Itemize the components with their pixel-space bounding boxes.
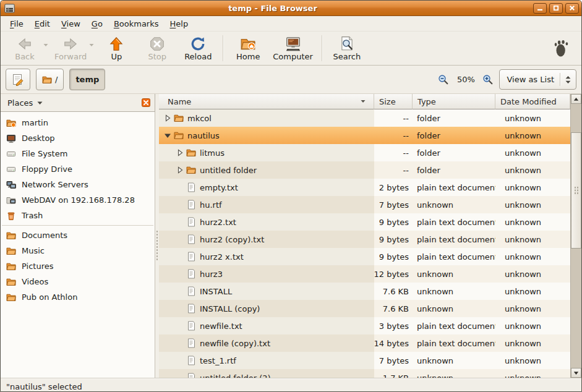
toolbar: BackForwardUpStopReloadHomeComputerSearc… <box>1 32 581 66</box>
zoom-in-button[interactable] <box>481 73 495 87</box>
window-minimize-button[interactable] <box>533 3 547 14</box>
sidebar-close-button[interactable] <box>142 98 150 107</box>
network-icon <box>6 180 16 190</box>
modified-cell: unknown <box>495 196 570 213</box>
menu-view[interactable]: View <box>56 17 86 30</box>
file-name: hurz2 x.txt <box>200 252 244 262</box>
file-row-hurz2-txt[interactable]: hurz2.txt9 bytesplain text documentunkno… <box>159 213 570 231</box>
sidebar-item-label: Floppy Drive <box>22 164 72 174</box>
sidebar-item-videos[interactable]: Videos <box>1 274 155 289</box>
menu-edit[interactable]: Edit <box>29 17 56 30</box>
file-row-hurz3[interactable]: hurz312 bytesunknownunknown <box>159 265 570 283</box>
file-row-untitled-folder-2[interactable]: untitled folder (2)1.7 KBunknownunknown <box>159 369 570 378</box>
current-folder-button[interactable]: temp <box>69 69 105 90</box>
file-icon <box>186 356 196 365</box>
computer-button[interactable]: Computer <box>268 33 317 64</box>
stop-button: Stop <box>137 33 178 64</box>
file-row-empty-txt[interactable]: empty.txt2 bytesplain text documentunkno… <box>159 179 570 196</box>
back-history-dropdown[interactable] <box>43 40 49 49</box>
zoom-level: 50% <box>455 75 477 84</box>
file-row-hurz2-x-txt[interactable]: hurz2 x.txt9 bytesplain text documentunk… <box>159 248 570 265</box>
folder-row-mkcol[interactable]: mkcol--folderunknown <box>159 109 570 127</box>
search-button[interactable]: Search <box>327 33 367 64</box>
expander-collapsed-icon[interactable] <box>175 165 185 175</box>
folder-icon <box>174 130 184 140</box>
expander-expanded-icon[interactable] <box>163 130 173 140</box>
folder-icon <box>186 148 196 158</box>
name-cell: mkcol <box>159 109 374 127</box>
column-header-type[interactable]: Type <box>413 94 495 109</box>
list-header: NameSizeTypeDate Modified <box>159 94 570 109</box>
file-icon <box>186 321 196 331</box>
titlebar[interactable]: temp - File Browser <box>1 1 581 16</box>
column-header-size[interactable]: Size <box>374 94 413 109</box>
scroll-up-button[interactable] <box>571 94 581 104</box>
sidebar-item-desktop[interactable]: Desktop <box>1 130 155 146</box>
column-header-label: Name <box>168 97 191 106</box>
file-icon <box>186 182 196 192</box>
file-name: untitled folder (2) <box>200 373 271 378</box>
folder-row-nautilus[interactable]: nautilus--folderunknown <box>159 127 570 144</box>
sidebar-item-martin[interactable]: martin <box>1 115 155 130</box>
sidebar-item-network-servers[interactable]: Network Servers <box>1 177 155 192</box>
file-name: empty.txt <box>200 183 238 192</box>
sidebar-item-pictures[interactable]: Pictures <box>1 258 155 274</box>
size-cell: 7 bytes <box>374 352 413 369</box>
sidebar-item-documents[interactable]: Documents <box>1 228 155 243</box>
menu-go[interactable]: Go <box>86 17 108 30</box>
file-row-hu-rtf[interactable]: hu.rtf7 bytesunknownunknown <box>159 196 570 213</box>
sidebar-item-trash[interactable]: Trash <box>1 208 155 223</box>
sidebar-item-pub-on-athlon[interactable]: Pub on Athlon <box>1 289 155 305</box>
toggle-location-entry-button[interactable] <box>6 69 30 90</box>
sidebar-item-label: Videos <box>22 277 48 286</box>
column-header-date-modified[interactable]: Date Modified <box>495 94 570 109</box>
root-folder-label: / <box>55 75 58 84</box>
pane-grip-handle[interactable] <box>156 230 159 261</box>
menu-file[interactable]: File <box>4 17 29 30</box>
stop-icon <box>149 35 165 52</box>
file-row-hurz2-copy-txt[interactable]: hurz2 (copy).txt9 bytesplain text docume… <box>159 231 570 248</box>
column-header-name[interactable]: Name <box>159 94 374 109</box>
home-button[interactable]: Home <box>228 33 268 64</box>
forward-history-dropdown[interactable] <box>88 40 95 49</box>
scroll-down-button[interactable] <box>571 368 581 378</box>
reload-button[interactable]: Reload <box>178 33 218 64</box>
menu-help[interactable]: Help <box>165 17 194 30</box>
menu-bookmarks[interactable]: Bookmarks <box>108 17 165 30</box>
window-close-button[interactable] <box>565 3 579 14</box>
sidebar-item-floppy-drive[interactable]: Floppy Drive <box>1 161 155 177</box>
sidebar-item-music[interactable]: Music <box>1 243 155 258</box>
sidebar-item-webdav-on-192-168-178-28[interactable]: WebDAV on 192.168.178.28 <box>1 192 155 208</box>
modified-cell: unknown <box>495 127 570 144</box>
folder-row-litmus[interactable]: litmus--folderunknown <box>159 144 570 161</box>
scrollbar-thumb[interactable] <box>571 132 581 249</box>
combo-arrows-icon <box>565 75 571 84</box>
file-row-install[interactable]: INSTALL7.6 KBunknownunknown <box>159 283 570 300</box>
window-maximize-button[interactable] <box>549 3 563 14</box>
name-cell: untitled folder <box>159 161 374 179</box>
file-row-newfile-copy-txt[interactable]: newfile (copy).txt14 bytesplain text doc… <box>159 334 570 352</box>
zoom-out-button[interactable] <box>437 73 450 87</box>
sidebar-item-file-system[interactable]: File System <box>1 146 155 161</box>
expander-collapsed-icon[interactable] <box>163 113 173 123</box>
type-cell: unknown <box>413 283 495 300</box>
expander-collapsed-icon[interactable] <box>175 148 185 158</box>
back-button: Back <box>4 33 45 64</box>
sidebar-item-label: Network Servers <box>22 180 88 189</box>
view-mode-select[interactable]: View as List <box>499 69 576 90</box>
file-row-test-1-rtf[interactable]: test_1.rtf7 bytesunknownunknown <box>159 352 570 369</box>
size-cell: 9 bytes <box>374 248 413 265</box>
vertical-scrollbar[interactable] <box>570 94 581 378</box>
sidebar-header-select[interactable]: Places <box>1 94 155 112</box>
pane-divider[interactable] <box>155 94 159 378</box>
folder-row-untitled-folder[interactable]: untitled folder--folderunknown <box>159 161 570 179</box>
root-folder-button[interactable]: / <box>36 69 64 90</box>
size-cell: 7.6 KB <box>374 283 413 300</box>
up-button[interactable]: Up <box>96 33 137 64</box>
file-row-install-copy[interactable]: INSTALL (copy)7.6 KBunknownunknown <box>159 300 570 317</box>
type-cell: plain text document <box>413 179 495 196</box>
home-icon <box>240 35 256 52</box>
modified-cell: unknown <box>495 161 570 179</box>
file-row-newfile-txt[interactable]: newfile.txt3 bytesplain text documentunk… <box>159 317 570 334</box>
scrollbar-track[interactable] <box>571 104 581 368</box>
